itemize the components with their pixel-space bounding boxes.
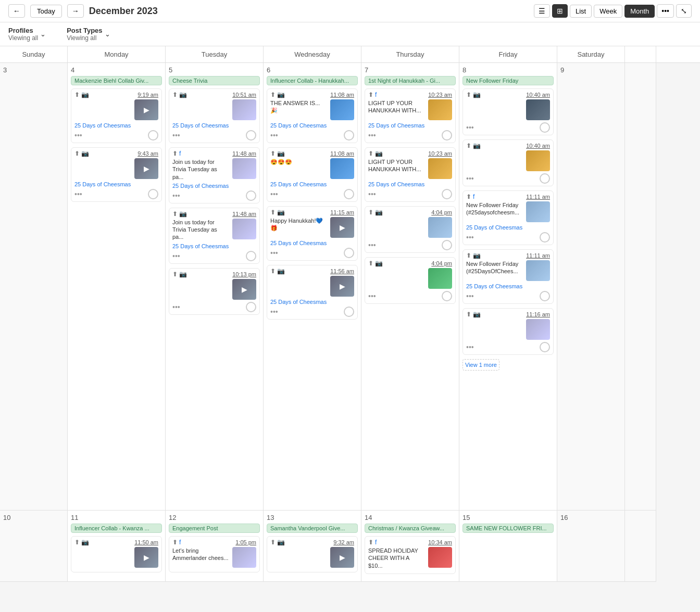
post-profile[interactable]: 25 Days of Cheesmas: [172, 243, 256, 249]
upload-icon: ⬆: [368, 209, 373, 216]
post-types-label: Post Types: [67, 27, 102, 34]
date-5: 5: [169, 66, 260, 74]
post-time[interactable]: 11:08 am: [330, 150, 354, 157]
upload-icon: ⬆: [172, 91, 178, 98]
post-more-dots[interactable]: •••: [368, 241, 376, 249]
date-11: 11: [71, 514, 162, 521]
upload-icon: ⬆: [466, 252, 471, 259]
post-time[interactable]: 10:23 am: [428, 150, 452, 157]
post-time[interactable]: 4:04 pm: [431, 260, 452, 266]
event-dec6[interactable]: Influencer Collab - Hanukkah...: [267, 76, 358, 85]
next-button[interactable]: →: [67, 4, 84, 18]
post-time[interactable]: 11:50 am: [134, 539, 158, 545]
post-thumbnail: [232, 219, 256, 239]
post-card: ⬆ 📷 10:51 am 25 Days of Cheesmas •••: [169, 88, 260, 143]
post-card: ⬆ 📷 10:23 am LIGHT UP YOUR HANUKKAH WITH…: [365, 147, 456, 202]
event-dec8[interactable]: New Follower Friday: [463, 76, 554, 85]
post-profile[interactable]: 25 Days of Cheesmas: [74, 181, 158, 187]
post-types-filter[interactable]: Post Types Viewing all ⌄: [67, 27, 110, 42]
post-more-dots[interactable]: •••: [368, 292, 376, 300]
post-card: ⬆ 📷 9:43 am 25 Days of Cheesmas •••: [71, 147, 162, 202]
post-profile[interactable]: 25 Days of Cheesmas: [466, 224, 550, 231]
post-time[interactable]: 1:05 pm: [235, 539, 256, 545]
post-time[interactable]: 11:48 am: [232, 211, 256, 217]
today-button[interactable]: Today: [30, 5, 62, 18]
date-9: 9: [560, 66, 621, 74]
more-options-button[interactable]: •••: [657, 4, 674, 18]
prev-button[interactable]: ←: [8, 4, 25, 18]
post-more-dots[interactable]: •••: [172, 252, 180, 260]
post-profile[interactable]: 25 Days of Cheesmas: [270, 122, 354, 129]
event-dec11[interactable]: Influencer Collab - Kwanza ...: [71, 524, 162, 533]
event-dec14[interactable]: Christmas / Kwanza Giveaw...: [365, 524, 456, 533]
grid-view-icon[interactable]: ⊞: [552, 4, 568, 18]
post-more-dots[interactable]: •••: [466, 292, 474, 300]
post-time[interactable]: 11:11 am: [526, 194, 550, 200]
post-time[interactable]: 11:48 am: [232, 150, 256, 157]
profiles-filter[interactable]: Profiles Viewing all ⌄: [8, 27, 46, 42]
post-card: ⬆ 📷 10:40 am •••: [463, 88, 554, 135]
post-thumbnail: [330, 158, 354, 179]
post-profile[interactable]: 25 Days of Cheesmas: [368, 181, 452, 187]
instagram-icon: 📷: [179, 210, 187, 218]
post-text: New Follower Friday (#25DaysOfChees...: [466, 260, 523, 275]
post-time[interactable]: 4:04 pm: [431, 209, 452, 215]
post-time[interactable]: 10:34 am: [428, 539, 452, 545]
post-more-dots[interactable]: •••: [172, 303, 180, 311]
post-time[interactable]: 10:51 am: [232, 92, 256, 98]
post-time[interactable]: 11:08 am: [330, 92, 354, 98]
post-time[interactable]: 10:13 pm: [232, 271, 256, 277]
post-time[interactable]: 11:15 am: [330, 209, 354, 215]
list-view-icon[interactable]: ☰: [534, 4, 550, 18]
upload-icon: ⬆: [172, 271, 178, 278]
post-more-dots[interactable]: •••: [368, 131, 376, 139]
post-profile[interactable]: 25 Days of Cheesmas: [368, 122, 452, 129]
post-time[interactable]: 11:11 am: [526, 252, 550, 259]
post-more-dots[interactable]: •••: [368, 190, 376, 198]
post-time[interactable]: 11:16 am: [526, 311, 550, 317]
post-time[interactable]: 10:40 am: [526, 143, 550, 149]
post-time[interactable]: 9:43 am: [138, 150, 158, 157]
post-profile[interactable]: 25 Days of Cheesmas: [270, 299, 354, 305]
post-time[interactable]: 9:32 am: [333, 539, 354, 545]
upload-icon: ⬆: [270, 209, 276, 216]
post-more-dots[interactable]: •••: [466, 233, 474, 241]
post-more-dots[interactable]: •••: [466, 123, 474, 132]
post-more-dots[interactable]: •••: [74, 190, 82, 198]
event-dec4[interactable]: Mackenzie Biehl Collab Giv...: [71, 76, 162, 85]
post-more-dots[interactable]: •••: [172, 131, 180, 139]
post-profile[interactable]: 25 Days of Cheesmas: [270, 240, 354, 246]
post-more-dots[interactable]: •••: [270, 131, 278, 139]
post-more-dots[interactable]: •••: [466, 343, 474, 351]
list-view-button[interactable]: List: [570, 5, 592, 18]
month-view-button[interactable]: Month: [624, 5, 655, 18]
expand-button[interactable]: ⤡: [676, 4, 692, 18]
post-more-dots[interactable]: •••: [270, 190, 278, 198]
post-more-dots[interactable]: •••: [172, 192, 180, 200]
instagram-icon: 📷: [375, 209, 383, 216]
week-view-button[interactable]: Week: [594, 5, 622, 18]
event-dec7[interactable]: 1st Night of Hanukkah - Gi...: [365, 76, 456, 85]
post-time[interactable]: 11:56 am: [330, 268, 354, 274]
post-profile[interactable]: 25 Days of Cheesmas: [172, 122, 256, 129]
post-profile[interactable]: 25 Days of Cheesmas: [270, 181, 354, 187]
post-more-dots[interactable]: •••: [270, 308, 278, 316]
post-text: LIGHT UP YOUR HANUKKAH WITH...: [368, 158, 425, 173]
post-time[interactable]: 9:19 am: [138, 92, 158, 98]
post-time[interactable]: 10:23 am: [428, 92, 452, 98]
post-more-dots[interactable]: •••: [74, 131, 82, 139]
post-profile[interactable]: 25 Days of Cheesmas: [74, 122, 158, 129]
post-time[interactable]: 10:40 am: [526, 92, 550, 98]
view-more-button[interactable]: View 1 more: [463, 359, 499, 371]
event-dec12[interactable]: Engagement Post: [169, 524, 260, 533]
header-thursday: Thursday: [361, 46, 459, 62]
event-dec13[interactable]: Samantha Vanderpool Give...: [267, 524, 358, 533]
post-profile[interactable]: 25 Days of Cheesmas: [466, 283, 550, 289]
event-dec5[interactable]: Cheese Trivia: [169, 76, 260, 85]
post-more-dots[interactable]: •••: [270, 249, 278, 257]
top-bar: ← Today → December 2023 ☰ ⊞ List Week Mo…: [0, 0, 700, 22]
post-profile[interactable]: 25 Days of Cheesmas: [172, 183, 256, 189]
post-more-dots[interactable]: •••: [466, 174, 474, 183]
event-dec15[interactable]: SAME NEW FOLLOWER FRI...: [463, 524, 554, 533]
header-monday: Monday: [68, 46, 166, 62]
